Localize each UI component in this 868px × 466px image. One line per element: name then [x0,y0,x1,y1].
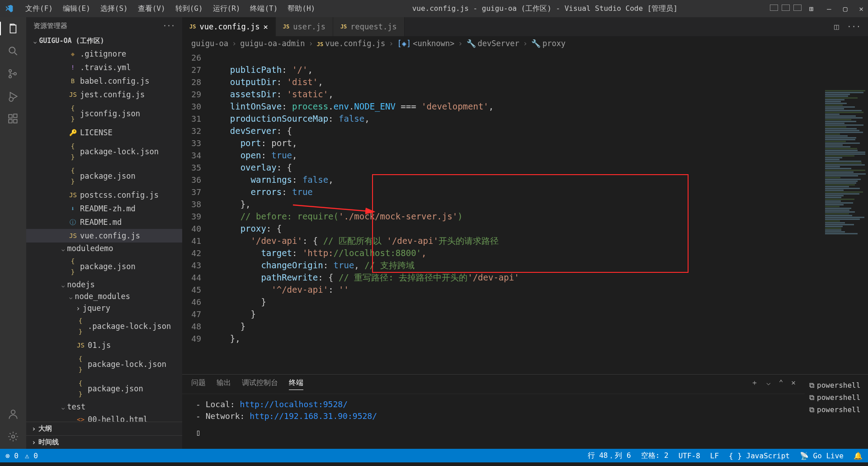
breadcrumb-item[interactable]: 🔧devServer [467,39,519,48]
panel-tab-problems[interactable]: 问题 [191,378,206,390]
line-number: 41 [182,235,201,247]
folder-item[interactable]: moduledemo [26,243,182,254]
status-errors[interactable]: ⊗ 0 [5,452,19,460]
folder-name: jquery [83,304,110,313]
folder-item[interactable]: nodejs [26,279,182,290]
panel-tab-debug[interactable]: 调试控制台 [242,378,278,390]
menu-help[interactable]: 帮助(H) [283,2,320,15]
chevron-icon [76,304,80,313]
menu-run[interactable]: 运行(R) [208,2,245,15]
layout-right-icon[interactable] [793,5,802,11]
breadcrumb-item[interactable]: guigu-oa [191,39,228,48]
folder-item[interactable]: jquery [26,302,182,314]
file-tree-item[interactable]: ⓘREADME.md [26,215,182,229]
file-tree-item[interactable]: !.travis.yml [26,61,182,74]
file-tree-item[interactable]: { }package.json [26,376,182,401]
status-spaces[interactable]: 空格: 2 [641,451,669,461]
search-icon[interactable] [6,44,20,58]
menu-terminal[interactable]: 终端(T) [245,2,282,15]
more-icon[interactable]: ··· [847,22,861,31]
menu-view[interactable]: 查看(V) [133,2,170,15]
file-tree-item[interactable]: { }package.json [26,164,182,188]
status-golive[interactable]: 📡 Go Live [800,452,844,460]
editor-tab[interactable]: JSuser.js [276,17,333,36]
outline-section[interactable]: 大纲 [26,422,182,435]
file-tree-item[interactable]: ◆.gitignore [26,47,182,61]
status-language[interactable]: { } JavaScript [729,452,790,460]
terminal-instance[interactable]: ⧉powershell [808,404,864,416]
vscode-logo-icon [5,4,21,13]
terminal-instance[interactable]: ⧉powershell [808,379,864,391]
extensions-icon[interactable] [6,112,20,126]
code-line: '^/dev-api': '' [209,284,868,296]
file-tree-item[interactable]: JSjest.config.js [26,88,182,101]
menu-goto[interactable]: 转到(G) [171,2,208,15]
explorer-icon[interactable] [0,22,26,35]
editor-tab[interactable]: JSrequest.js [333,17,405,36]
new-terminal-icon[interactable]: ＋ [751,378,758,390]
split-editor-icon[interactable]: ◫ [834,22,839,31]
file-tree-item[interactable]: { }jsconfig.json [26,101,182,126]
breadcrumb-item[interactable]: guigu-oa-admin [240,39,305,48]
source-control-icon[interactable] [6,67,20,81]
panel-tab-output[interactable]: 输出 [217,378,231,390]
code-line: // before: require('./mock/mock-server.j… [209,210,868,223]
close-icon[interactable]: ✕ [859,5,863,13]
gear-icon[interactable] [6,430,20,443]
layout-bottom-icon[interactable] [782,5,790,11]
file-tree-item[interactable]: ⬇README-zh.md [26,202,182,215]
account-icon[interactable] [6,407,20,421]
workspace-header[interactable]: GUIGU-OA (工作区) [26,35,182,47]
breadcrumb[interactable]: guigu-oa›guigu-oa-admin›JSvue.config.js›… [182,36,868,51]
editor-tab[interactable]: JSvue.config.js✕ [182,17,276,36]
timeline-section[interactable]: 时间线 [26,435,182,449]
file-tree-item[interactable]: JSpostcss.config.js [26,188,182,202]
file-tree-item[interactable]: JSvue.config.js [26,229,182,243]
file-tree-item[interactable]: { }package.json [26,254,182,279]
close-panel-icon[interactable]: ✕ [791,378,796,390]
code-line: proxy: { [209,223,868,235]
minimap[interactable] [823,90,868,280]
terminal-instance[interactable]: ⧉powershell [808,391,864,404]
folder-name: node_modules [75,292,130,301]
status-cursor-position[interactable]: 行 48，列 6 [588,451,631,461]
code-editor[interactable]: 2627282930313233343536373839404142434445… [182,51,868,374]
more-icon[interactable]: ··· [163,22,175,30]
status-eol[interactable]: LF [710,452,719,460]
file-name: .gitignore [80,48,126,59]
status-warnings[interactable]: ⚠ 0 [25,452,38,460]
menu-file[interactable]: 文件(F) [21,2,57,15]
status-encoding[interactable]: UTF-8 [679,452,700,460]
run-debug-icon[interactable] [6,90,20,103]
breadcrumb-item[interactable]: [◈]<unknown> [397,39,454,48]
code-line: target: 'http://localhost:8800', [209,247,868,259]
terminal-output[interactable]: - Local: http://localhost:9528/ - Networ… [182,394,805,443]
file-tree-item[interactable]: JS01.js [26,338,182,352]
file-name: jest.config.js [80,89,145,100]
file-tree-item[interactable]: { }package-lock.json [26,352,182,376]
minimize-icon[interactable]: — [827,5,831,13]
code-content[interactable]: publicPath: '/', outputDir: 'dist', asse… [209,51,868,374]
breadcrumb-item[interactable]: JSvue.config.js [317,39,386,48]
terminal-dropdown-icon[interactable]: ⌵ [766,378,771,390]
close-tab-icon[interactable]: ✕ [264,22,268,31]
panel-tab-terminal[interactable]: 终端 [289,378,303,390]
maximize-icon[interactable]: ▢ [843,5,848,13]
folder-item[interactable]: test [26,401,182,413]
file-tree-item[interactable]: <>00-hello.html [26,413,182,422]
line-number: 34 [182,149,201,162]
menu-edit[interactable]: 编辑(E) [58,2,95,15]
svg-point-2 [9,70,11,72]
menu-select[interactable]: 选择(S) [96,2,132,15]
file-tree-item[interactable]: 🔑LICENSE [26,126,182,139]
layout-left-icon[interactable] [770,5,778,11]
maximize-panel-icon[interactable]: ⌃ [779,378,783,390]
file-tree-item[interactable]: { }package-lock.json [26,139,182,164]
layout-custom-icon[interactable]: ⊞ [809,5,813,13]
svg-point-4 [14,72,16,75]
file-tree-item[interactable]: { }.package-lock.json [26,314,182,338]
status-notifications-icon[interactable]: 🔔 [854,452,863,460]
file-tree-item[interactable]: Bbabel.config.js [26,74,182,88]
folder-item[interactable]: node_modules [26,290,182,302]
breadcrumb-item[interactable]: 🔧proxy [531,39,566,48]
